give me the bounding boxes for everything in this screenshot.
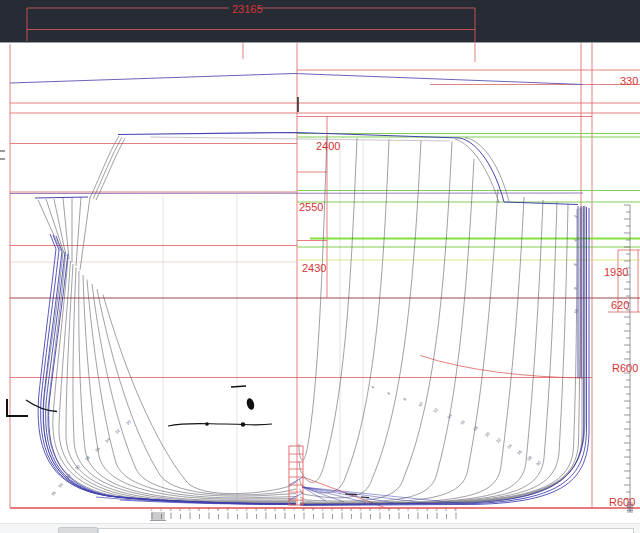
svg-text:36: 36	[50, 489, 57, 496]
dimension-label-1930: 1930	[604, 266, 628, 278]
svg-text:7: 7	[379, 508, 381, 512]
svg-text:8: 8	[573, 285, 579, 290]
dimension-label-2430: 2430	[302, 262, 326, 274]
svg-text:9: 9	[227, 508, 229, 512]
stem-ladder	[289, 446, 303, 505]
svg-text:20: 20	[125, 418, 132, 425]
svg-text:4: 4	[265, 508, 267, 512]
hull-outline-blue	[35, 133, 589, 506]
svg-text:6: 6	[455, 508, 457, 512]
dimension-label-r600-lower: R600	[609, 496, 635, 508]
svg-text:24: 24	[506, 442, 513, 449]
svg-text:6: 6	[386, 390, 392, 396]
svg-text:5: 5	[360, 508, 362, 512]
svg-text:9: 9	[398, 508, 400, 512]
svg-text:16: 16	[459, 418, 466, 425]
svg-text:2: 2	[331, 508, 333, 512]
dimension-label-overall-length: 23165	[232, 3, 263, 15]
svg-text:20: 20	[484, 430, 491, 437]
svg-text:9: 9	[312, 508, 314, 512]
svg-text:1: 1	[322, 508, 324, 512]
svg-text:28: 28	[526, 454, 533, 461]
svg-text:7: 7	[293, 508, 295, 512]
svg-text:8: 8	[217, 508, 219, 512]
svg-text:3: 3	[341, 508, 343, 512]
svg-text:7: 7	[208, 508, 210, 512]
svg-text:4: 4	[436, 508, 438, 512]
svg-text:6: 6	[573, 261, 579, 266]
svg-text:30: 30	[535, 459, 542, 466]
svg-text:22: 22	[114, 427, 121, 434]
bottom-scale-ruler: 123456789123456789123456789123456	[150, 508, 457, 521]
ink-annotations	[0, 97, 369, 498]
hull-sections-aft	[38, 136, 296, 504]
svg-text:12: 12	[432, 406, 439, 413]
svg-text:5: 5	[445, 508, 447, 512]
svg-text:2: 2	[160, 508, 162, 512]
svg-text:22: 22	[495, 436, 502, 443]
svg-text:28: 28	[84, 454, 91, 461]
svg-text:2: 2	[417, 508, 419, 512]
svg-text:24: 24	[104, 436, 111, 443]
dimension-label-r600-upper: R600	[612, 362, 638, 374]
right-scale-ruler	[624, 205, 633, 512]
svg-text:8: 8	[388, 508, 390, 512]
svg-text:4: 4	[350, 508, 352, 512]
svg-text:3: 3	[170, 508, 172, 512]
buttock-lines	[163, 140, 363, 502]
svg-text:6: 6	[284, 508, 286, 512]
hull-sections-fore	[299, 137, 585, 505]
svg-text:4: 4	[179, 508, 181, 512]
dimension-label-330: 330	[620, 75, 638, 87]
svg-text:5: 5	[189, 508, 191, 512]
svg-text:3: 3	[255, 508, 257, 512]
svg-text:2: 2	[573, 213, 579, 218]
svg-text:5: 5	[274, 508, 276, 512]
svg-text:1: 1	[407, 508, 409, 512]
status-bar	[0, 523, 640, 533]
dimension-label-2550: 2550	[299, 201, 323, 213]
svg-text:8: 8	[402, 396, 408, 402]
svg-text:1: 1	[151, 508, 153, 512]
svg-text:10: 10	[417, 400, 424, 407]
svg-text:26: 26	[516, 448, 523, 455]
station-number-labels: 4681012141618202224262830202224262830323…	[50, 213, 579, 496]
dimension-label-620: 620	[611, 299, 629, 311]
lines-plan-drawing-canvas[interactable]: 123456789123456789123456789123456 468101…	[0, 0, 640, 533]
cad-application-window: 123456789123456789123456789123456 468101…	[0, 0, 640, 533]
svg-text:8: 8	[303, 508, 305, 512]
svg-text:14: 14	[446, 412, 453, 419]
svg-text:3: 3	[426, 508, 428, 512]
status-chip-button[interactable]	[58, 527, 98, 533]
svg-text:2: 2	[246, 508, 248, 512]
command-input[interactable]	[98, 528, 634, 533]
dimension-label-2400: 2400	[316, 140, 340, 152]
svg-text:34: 34	[57, 481, 64, 488]
svg-text:4: 4	[370, 384, 376, 390]
svg-text:1: 1	[236, 508, 238, 512]
svg-text:6: 6	[369, 508, 371, 512]
svg-text:6: 6	[198, 508, 200, 512]
